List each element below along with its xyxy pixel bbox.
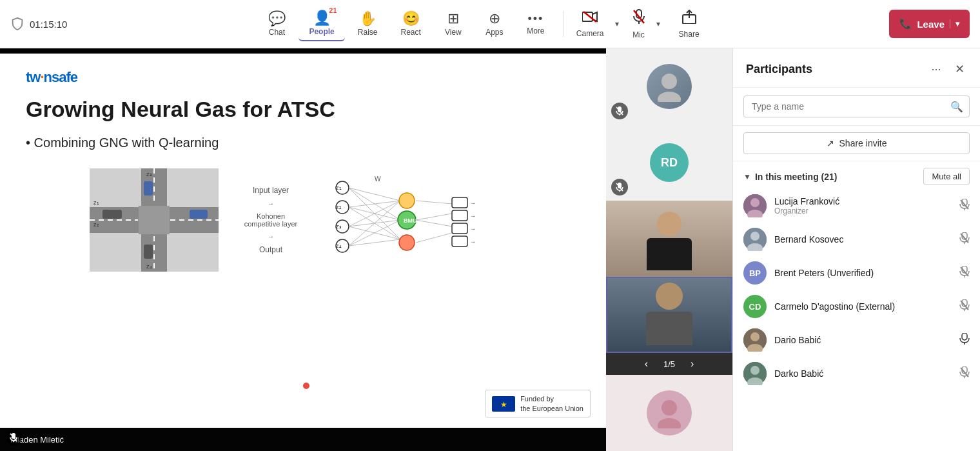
- camera-chevron[interactable]: ▾: [609, 11, 625, 37]
- participant-item[interactable]: Darko Babić: [733, 357, 980, 390]
- svg-line-33: [349, 188, 400, 201]
- svg-line-52: [416, 233, 452, 243]
- nav-raise[interactable]: ✋ Raise: [348, 8, 388, 41]
- participant-name: Darko Babić: [774, 368, 952, 379]
- slide-diagram: z₁ z₂ z₃ z₄ Input layer → Kohonencompeti…: [26, 168, 580, 272]
- nav-view-label: View: [445, 28, 462, 37]
- meeting-section-label: In this meeting (21): [755, 172, 838, 182]
- meeting-section-title[interactable]: ▼ In this meeting (21): [743, 172, 837, 182]
- participant-name: Brent Peters (Unverified): [774, 268, 952, 278]
- camera-icon: [582, 10, 598, 27]
- video-next-button[interactable]: ›: [685, 357, 699, 371]
- nav-apps[interactable]: ⊕ Apps: [475, 8, 514, 41]
- leave-label: Leave: [917, 19, 945, 30]
- avatar: [743, 228, 767, 251]
- svg-text:z₂: z₂: [93, 221, 99, 228]
- camera-button[interactable]: Camera: [571, 6, 609, 42]
- participant-item[interactable]: BP Brent Peters (Unverified): [733, 256, 980, 290]
- leave-chevron[interactable]: ▾: [950, 19, 959, 28]
- svg-point-78: [750, 198, 760, 207]
- share-label: Share: [679, 30, 700, 39]
- topbar-left: 01:15:10: [10, 17, 101, 31]
- search-input[interactable]: [743, 95, 970, 117]
- mic-button[interactable]: Mic: [627, 5, 651, 43]
- avatar: [743, 362, 767, 385]
- svg-point-65: [658, 92, 681, 102]
- slide-container: tw·nsafe Growing Neural Gas for ATSC • C…: [0, 48, 606, 428]
- presenter-bar: Mladen Miletić: [0, 428, 606, 451]
- svg-line-49: [416, 201, 452, 204]
- svg-text:→: →: [470, 200, 476, 206]
- mic-status-icon: [959, 266, 970, 280]
- mic-label: Mic: [632, 30, 645, 39]
- participant-item[interactable]: CD Carmelo D'agostino (External): [733, 290, 980, 323]
- svg-line-39: [349, 201, 400, 226]
- participants-panel: Participants ··· ✕ 🔍 ↗ Share invite ▼ In…: [732, 48, 980, 451]
- react-icon: 😊: [402, 12, 420, 26]
- avatar: CD: [743, 295, 767, 318]
- svg-text:z₄: z₄: [146, 263, 152, 270]
- eu-funded-text: Funded by the European Union: [520, 394, 583, 413]
- share-invite-button[interactable]: ↗ Share invite: [743, 132, 970, 154]
- twinsafe-logo: tw·nsafe: [26, 69, 580, 86]
- svg-rect-54: [452, 210, 467, 221]
- nav-chat-label: Chat: [269, 28, 285, 37]
- mic-status-icon: [959, 232, 970, 246]
- participants-list: Lucija Franković Organizer: [733, 189, 980, 451]
- nav-more[interactable]: ••• More: [516, 9, 555, 39]
- search-icon[interactable]: 🔍: [950, 101, 963, 113]
- video-sidebar: RD: [606, 48, 732, 451]
- video-prev-button[interactable]: ‹: [640, 357, 653, 371]
- nav-people[interactable]: 👤21 People: [299, 7, 344, 41]
- eu-flag-icon: ★: [492, 396, 515, 412]
- share-button[interactable]: Share: [669, 6, 710, 43]
- participant-item[interactable]: Lucija Franković Organizer: [733, 189, 980, 223]
- camera-group: Camera ▾: [571, 6, 625, 42]
- svg-text:z₂: z₂: [336, 204, 342, 210]
- nav-people-label: People: [309, 27, 334, 36]
- leave-button[interactable]: 📞 Leave ▾: [889, 10, 970, 38]
- svg-text:z₄: z₄: [336, 243, 342, 249]
- share-invite-icon: ↗: [827, 138, 834, 148]
- slide-header-bar: [0, 48, 606, 54]
- svg-rect-98: [962, 333, 967, 340]
- recording-dot: [303, 383, 309, 389]
- mic-chevron[interactable]: ▾: [651, 11, 666, 37]
- panel-close-button[interactable]: ✕: [949, 59, 970, 79]
- nav-react-label: React: [400, 28, 420, 37]
- video-tile-2: RD: [606, 125, 732, 201]
- raise-icon: ✋: [359, 12, 377, 26]
- participant-name: Dario Babić: [774, 335, 952, 345]
- participant-role: Organizer: [774, 206, 952, 215]
- nav-chat[interactable]: 💬 Chat: [257, 8, 296, 41]
- svg-text:→: →: [470, 239, 476, 245]
- svg-rect-53: [452, 197, 467, 208]
- topbar: 01:15:10 💬 Chat 👤21 People ✋ Raise 😊 Rea…: [0, 0, 980, 48]
- nav-react[interactable]: 😊 React: [390, 8, 431, 41]
- avatar-rd: RD: [650, 143, 689, 182]
- svg-rect-20: [144, 245, 153, 259]
- avatar: BP: [743, 261, 767, 285]
- phone-icon: 📞: [899, 18, 912, 30]
- video-tile-1: [606, 48, 732, 125]
- video-navigation: ‹ 1/5 ›: [606, 353, 732, 375]
- svg-point-72: [662, 400, 677, 416]
- participant-item[interactable]: Bernard Kosovec: [733, 223, 980, 256]
- mute-all-button[interactable]: Mute all: [923, 168, 970, 185]
- mic-status-icon: [959, 199, 970, 213]
- video-tile-5: [606, 375, 732, 451]
- avatar: [743, 328, 767, 352]
- participant-info: Lucija Franković Organizer: [774, 196, 952, 215]
- svg-rect-17: [103, 210, 122, 219]
- svg-line-51: [416, 220, 452, 226]
- svg-text:z₃: z₃: [336, 223, 342, 230]
- panel-more-button[interactable]: ···: [926, 59, 946, 79]
- svg-text:★: ★: [500, 400, 507, 409]
- mute-indicator-1: [611, 103, 628, 119]
- svg-rect-55: [452, 223, 467, 234]
- nav-view[interactable]: ⊞ View: [434, 8, 473, 41]
- diagram-labels: Input layer → Kohonencompetitive layer →…: [244, 186, 298, 254]
- participant-item[interactable]: Dario Babić: [733, 323, 980, 357]
- participant-name: Bernard Kosovec: [774, 234, 952, 245]
- person-face-3: [646, 283, 692, 345]
